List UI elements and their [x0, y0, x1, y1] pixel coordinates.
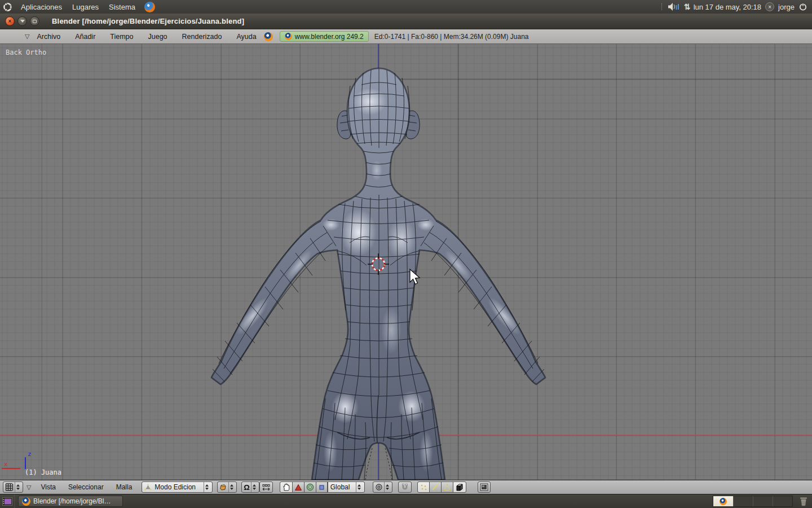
proportional-edit-icon [375, 483, 383, 491]
move-centers-toggle[interactable] [259, 481, 273, 493]
minimize-icon [20, 20, 25, 23]
occlude-geometry-button[interactable] [453, 481, 466, 493]
translate-icon [294, 484, 302, 491]
menu-juego[interactable]: Juego [141, 33, 175, 41]
menu-renderizado[interactable]: Renderizado [175, 33, 230, 41]
header-collapse-icon[interactable]: ▽ [25, 33, 29, 40]
menu-aplicaciones[interactable]: Aplicaciones [16, 0, 67, 14]
draw-type-button[interactable] [217, 481, 237, 493]
me-menu-icon[interactable]: × [765, 2, 774, 11]
menu-lugares[interactable]: Lugares [67, 0, 104, 14]
version-text: www.blender.org 249.2 [295, 33, 364, 41]
menu-malla[interactable]: Malla [110, 483, 139, 491]
translate-manipulator[interactable] [292, 481, 304, 493]
orientation-stepper[interactable] [356, 482, 362, 492]
header-collapse-icon[interactable]: ▽ [27, 484, 31, 491]
menu-tiempo[interactable]: Tiempo [103, 33, 140, 41]
viewport-header: ▽ Vista Seleccionar Malla Modo Edicion Ω [0, 480, 812, 494]
blender-logo-icon [22, 497, 30, 506]
face-select-button[interactable] [441, 481, 453, 493]
volume-icon[interactable] [668, 2, 680, 11]
active-object-label: (1) Juana [25, 468, 61, 476]
axis-x-arrow [2, 468, 20, 469]
viewport-3d[interactable]: Back Ortho x z (1) Juana [0, 44, 812, 480]
manipulator-group: Global [280, 481, 365, 493]
scale-icon [318, 484, 325, 491]
clock[interactable]: lun 17 de may, 20:18 [694, 3, 761, 11]
mode-stepper[interactable] [204, 482, 210, 492]
vertex-select-button[interactable] [417, 481, 430, 493]
minimize-button[interactable] [17, 16, 27, 26]
proportional-edit-dropdown[interactable] [373, 481, 392, 493]
rotate-icon [306, 483, 314, 491]
pivot-stepper[interactable] [251, 482, 257, 492]
menu-seleccionar[interactable]: Seleccionar [62, 483, 110, 491]
snap-toggle[interactable] [398, 481, 412, 493]
axis-z-label: z [28, 450, 32, 458]
gnome-top-panel: Aplicaciones Lugares Sistema ⇅ lun 17 de… [0, 0, 812, 14]
pivot-dropdown[interactable]: Ω [241, 481, 259, 493]
maximize-icon [33, 20, 37, 23]
centers-only-icon [262, 484, 271, 491]
maximize-button[interactable] [30, 16, 39, 26]
trash-icon [799, 497, 808, 506]
window-title: Blender [/home/jorge/Blender/Ejercicios/… [52, 17, 244, 25]
ubuntu-logo-icon[interactable] [3, 2, 12, 12]
workspace-switcher [713, 496, 793, 507]
render-image-icon [480, 483, 488, 491]
taskbar-window-button[interactable]: Blender [/home/jorge/Bl… [18, 496, 123, 507]
editor-type-stepper[interactable] [15, 482, 21, 492]
mode-label: Modo Edicion [155, 483, 200, 491]
vertex-select-icon [420, 483, 427, 491]
view-name-label: Back Ortho [6, 49, 46, 56]
scale-manipulator[interactable] [316, 481, 328, 493]
orientation-label: Global [330, 483, 352, 491]
menu-sistema[interactable]: Sistema [104, 0, 140, 14]
workspace-2[interactable] [733, 496, 753, 506]
editmode-icon [144, 484, 152, 491]
menu-archivo[interactable]: Archivo [29, 33, 68, 41]
solid-draw-icon [219, 483, 227, 491]
workspace-3[interactable] [753, 496, 773, 506]
blender-logo-icon [285, 33, 292, 40]
viewport-grid-icon [5, 483, 14, 492]
power-icon[interactable] [798, 2, 807, 11]
orientation-dropdown[interactable]: Global [328, 481, 365, 493]
pivot-icon: Ω [244, 483, 249, 492]
select-mode-group [417, 481, 466, 493]
mesh-figure[interactable] [0, 44, 812, 480]
workspace-1[interactable] [713, 496, 733, 506]
edge-select-icon [431, 483, 439, 491]
hand-icon [282, 483, 290, 492]
version-badge[interactable]: www.blender.org 249.2 [280, 31, 369, 42]
render-preview-button[interactable] [478, 481, 491, 493]
bottom-taskbar: Blender [/home/jorge/Bl… [0, 494, 812, 508]
proportional-stepper[interactable] [384, 482, 390, 492]
menu-vista[interactable]: Vista [34, 483, 61, 491]
blender-info-header: ▽ Archivo Añadir Tiempo Juego Renderizad… [0, 29, 812, 44]
magnet-icon [400, 483, 409, 492]
taskbar-window-label: Blender [/home/jorge/Bl… [33, 497, 111, 505]
axis-x-label: x [4, 461, 8, 468]
menu-anadir[interactable]: Añadir [68, 33, 103, 41]
menu-ayuda[interactable]: Ayuda [229, 33, 263, 41]
show-desktop-button[interactable] [0, 494, 15, 508]
user-menu[interactable]: jorge [778, 3, 795, 11]
manipulator-toggle[interactable] [280, 481, 293, 493]
close-button[interactable]: × [5, 16, 15, 26]
mode-dropdown[interactable]: Modo Edicion [142, 481, 213, 493]
blender-logo-icon [720, 498, 727, 505]
face-select-icon [443, 484, 451, 491]
draw-type-stepper[interactable] [228, 482, 235, 492]
desktop: Aplicaciones Lugares Sistema ⇅ lun 17 de… [0, 0, 812, 508]
trash-applet[interactable] [796, 494, 811, 508]
rotate-manipulator[interactable] [304, 481, 316, 493]
occlude-cube-icon [455, 483, 464, 492]
firefox-icon[interactable] [144, 2, 155, 12]
edge-select-button[interactable] [429, 481, 442, 493]
network-indicator-icon[interactable]: ⇅ [684, 2, 690, 11]
editor-type-button[interactable] [3, 481, 23, 493]
window-titlebar[interactable]: × Blender [/home/jorge/Blender/Ejercicio… [0, 14, 812, 29]
workspace-4[interactable] [773, 496, 792, 506]
blender-logo-icon [264, 32, 273, 41]
